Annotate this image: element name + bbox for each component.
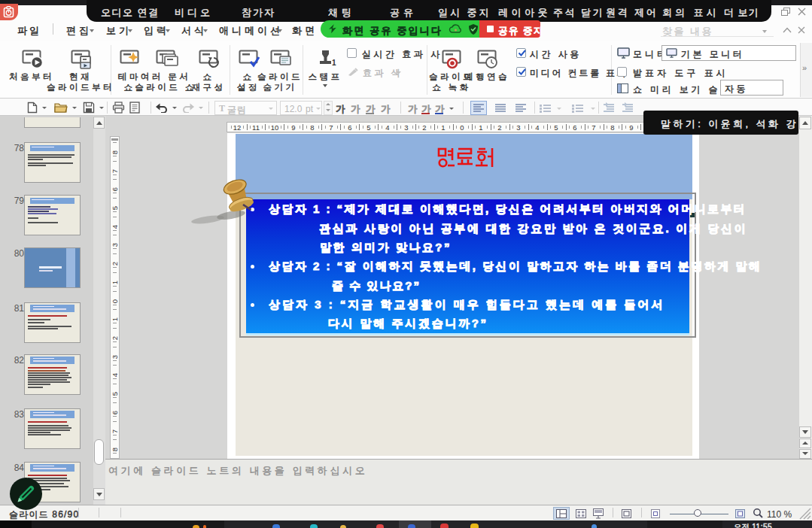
svg-text:1: 1	[332, 59, 336, 67]
